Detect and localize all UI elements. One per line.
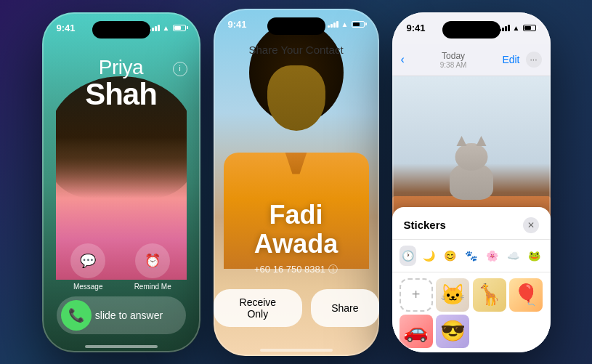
cloud-icon: ☁️ bbox=[507, 250, 519, 262]
sticker-tab-frog[interactable]: 🐸 bbox=[526, 246, 543, 266]
stickers-header: Stickers ✕ bbox=[392, 207, 551, 240]
recent-icon: 🕐 bbox=[402, 250, 414, 262]
stickers-grid: + 🐱 🦒 🎈 🚗 😎 bbox=[392, 272, 551, 352]
edit-button[interactable]: Edit bbox=[502, 54, 519, 65]
message-circle: 💬 bbox=[70, 243, 105, 278]
caller-name-2: Fadi Awada bbox=[214, 201, 379, 258]
caller-phone: +60 16 750 8381 ⓘ bbox=[214, 263, 379, 276]
back-button[interactable]: ‹ bbox=[401, 53, 405, 66]
messages-date-center: Today 9:38 AM bbox=[440, 51, 467, 69]
animal-icon: 🐾 bbox=[465, 250, 477, 262]
message-action[interactable]: 💬 Message bbox=[70, 243, 105, 291]
battery-icon-2 bbox=[352, 21, 365, 28]
phones-container: 9:41 ▲ Priya Shah i bbox=[0, 0, 592, 364]
status-time-2: 9:41 bbox=[228, 19, 247, 30]
phone-number: +60 16 750 8381 bbox=[254, 264, 325, 275]
signal-icon-3 bbox=[499, 24, 510, 31]
frog-icon: 🐸 bbox=[528, 250, 540, 262]
messages-time: 9:38 AM bbox=[440, 61, 467, 69]
receive-only-button[interactable]: Receive Only bbox=[214, 289, 303, 327]
caller-last-name: Shah bbox=[42, 79, 200, 110]
battery-fill-2 bbox=[353, 23, 360, 26]
info-symbol: i bbox=[179, 65, 180, 73]
phone-incoming-call: 9:41 ▲ Priya Shah i bbox=[42, 12, 200, 352]
close-icon: ✕ bbox=[527, 220, 535, 230]
phone-share-contact: 9:41 ▲ Share Your Contact bbox=[214, 9, 379, 356]
battery-icon-1 bbox=[173, 25, 186, 31]
remind-action[interactable]: ⏰ Remind Me bbox=[134, 243, 171, 291]
share-contact-header: Share Your Contact bbox=[214, 44, 379, 57]
stickers-tabs: 🕐 🌙 😊 🐾 🌸 ☁️ 🐸 bbox=[392, 240, 551, 272]
signal-icon-1 bbox=[149, 24, 160, 31]
home-indicator-1 bbox=[85, 345, 158, 348]
status-time-1: 9:41 bbox=[57, 23, 76, 33]
sticker-cool-animal[interactable]: 😎 bbox=[436, 315, 469, 348]
status-time-3: 9:41 bbox=[407, 23, 426, 33]
slide-to-answer[interactable]: 📞 slide to answer bbox=[57, 296, 186, 334]
sticker-tab-recent[interactable]: 🕐 bbox=[400, 246, 416, 266]
sticker-giraffe[interactable]: 🦒 bbox=[473, 278, 506, 312]
cat-scene bbox=[392, 76, 551, 222]
flower-icon: 🌸 bbox=[486, 250, 498, 262]
signal-icon-2 bbox=[328, 20, 338, 28]
stickers-title: Stickers bbox=[404, 219, 446, 231]
remind-circle: ⏰ bbox=[135, 243, 170, 278]
sticker-tab-animal[interactable]: 🐾 bbox=[463, 246, 479, 266]
sticker-cat[interactable]: 🐱 bbox=[436, 278, 469, 312]
sticker-balloon[interactable]: 🎈 bbox=[509, 278, 543, 312]
caller-last-name-2: Awada bbox=[254, 229, 338, 259]
share-contact-title: Share Your Contact bbox=[248, 44, 343, 56]
face bbox=[267, 65, 325, 131]
info-icon[interactable]: i bbox=[173, 62, 187, 76]
sticker-tab-cloud[interactable]: ☁️ bbox=[505, 246, 522, 266]
stickers-panel: Stickers ✕ 🕐 🌙 😊 🐾 bbox=[392, 207, 551, 352]
messages-header: ‹ Today 9:38 AM Edit ··· bbox=[392, 44, 551, 76]
sticker-tab-smile[interactable]: 😊 bbox=[442, 246, 458, 266]
caller-info-2: Fadi Awada +60 16 750 8381 ⓘ bbox=[214, 201, 379, 275]
smile-icon: 😊 bbox=[444, 250, 456, 262]
stickers-close-button[interactable]: ✕ bbox=[523, 217, 539, 233]
cat-body bbox=[450, 163, 493, 200]
home-indicator-2 bbox=[260, 349, 333, 352]
wifi-icon-1: ▲ bbox=[163, 24, 170, 32]
messages-date: Today bbox=[440, 51, 467, 61]
status-icons-2: ▲ bbox=[328, 20, 364, 28]
more-button[interactable]: ··· bbox=[526, 52, 542, 68]
message-icon: 💬 bbox=[80, 253, 96, 269]
call-actions: 💬 Message ⏰ Remind Me bbox=[42, 243, 200, 291]
phone-messages: 9:41 ▲ ‹ Today 9:38 AM bbox=[392, 12, 551, 352]
cat-ear-right bbox=[476, 136, 486, 146]
back-chevron: ‹ bbox=[401, 53, 405, 66]
sticker-tab-flower[interactable]: 🌸 bbox=[484, 246, 500, 266]
collar bbox=[278, 153, 315, 174]
sticker-car[interactable]: 🚗 bbox=[400, 315, 433, 348]
cat-head bbox=[455, 143, 487, 171]
status-icons-3: ▲ bbox=[499, 24, 535, 32]
cat-figure bbox=[450, 163, 493, 200]
battery-icon-3 bbox=[523, 25, 536, 31]
wifi-icon-2: ▲ bbox=[341, 20, 349, 28]
remind-icon: ⏰ bbox=[145, 253, 161, 269]
caller-first-name-2: Fadi bbox=[269, 200, 323, 230]
add-sticker-button[interactable]: + bbox=[400, 278, 433, 312]
status-icons-1: ▲ bbox=[149, 24, 185, 32]
sticker-tab-moon[interactable]: 🌙 bbox=[421, 246, 437, 266]
dynamic-island-2 bbox=[267, 17, 325, 35]
share-button[interactable]: Share bbox=[311, 289, 378, 327]
messages-actions: Edit ··· bbox=[502, 52, 541, 68]
dynamic-island-3 bbox=[442, 21, 500, 39]
cat-photo-area bbox=[392, 76, 551, 222]
more-icon: ··· bbox=[530, 54, 537, 65]
battery-fill-1 bbox=[174, 26, 182, 30]
dynamic-island-1 bbox=[92, 21, 150, 39]
verified-icon: ⓘ bbox=[328, 263, 338, 276]
remind-label: Remind Me bbox=[134, 283, 171, 291]
slide-text: slide to answer bbox=[77, 310, 182, 321]
cat-ear-left bbox=[456, 136, 466, 146]
battery-fill-3 bbox=[524, 26, 532, 30]
moon-icon: 🌙 bbox=[423, 250, 435, 262]
message-label: Message bbox=[73, 283, 103, 291]
wifi-icon-3: ▲ bbox=[513, 24, 520, 32]
share-buttons: Receive Only Share bbox=[214, 289, 379, 327]
